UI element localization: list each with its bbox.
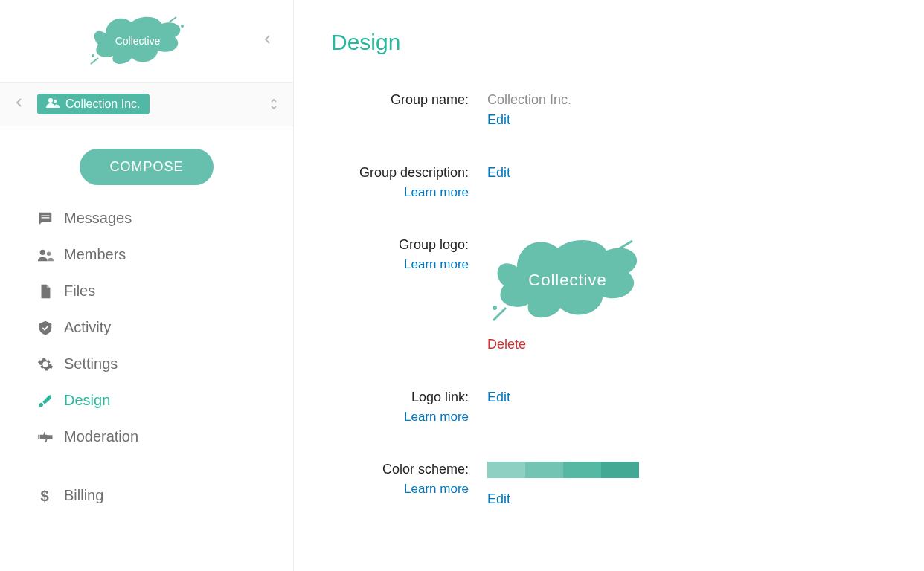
label-group-name: Group name: [391, 92, 469, 107]
group-chip-label: Collection Inc. [65, 97, 141, 111]
svg-text:Collective: Collective [528, 271, 606, 289]
svg-rect-5 [42, 215, 50, 216]
nav-label: Messages [64, 210, 132, 227]
nav-label: Files [64, 283, 95, 300]
learn-more-group-description-link[interactable]: Learn more [331, 185, 469, 200]
svg-point-11 [493, 306, 497, 310]
learn-more-color-scheme-link[interactable]: Learn more [331, 482, 469, 497]
svg-text:Collective: Collective [115, 35, 161, 47]
group-logo-preview: Collective [487, 237, 651, 329]
learn-more-logo-link-link[interactable]: Learn more [331, 410, 469, 425]
label-group-description: Group description: [359, 165, 469, 180]
nav-label: Settings [64, 355, 118, 372]
row-group-description: Group description: Learn more Edit [331, 165, 887, 200]
messages-icon [37, 210, 64, 227]
nav-label: Design [64, 392, 110, 409]
group-back-icon[interactable] [15, 97, 22, 111]
group-selector-row: Collection Inc. [0, 83, 293, 126]
sort-toggle-icon[interactable] [269, 97, 278, 111]
row-color-scheme: Color scheme: Learn more Edit [331, 462, 887, 507]
color-swatch-4[interactable] [601, 462, 639, 478]
sidebar-item-billing[interactable]: $ Billing [0, 477, 293, 514]
file-icon [37, 283, 64, 300]
edit-group-name-link[interactable]: Edit [487, 112, 510, 128]
row-logo-link: Logo link: Learn more Edit [331, 390, 887, 425]
members-icon [37, 247, 64, 263]
collapse-sidebar-icon[interactable] [263, 34, 271, 48]
group-chip[interactable]: Collection Inc. [37, 94, 150, 114]
row-group-logo: Group logo: Learn more Collective Delete [331, 237, 887, 352]
svg-point-4 [54, 100, 57, 103]
nav-label: Members [64, 246, 126, 263]
brand-logo[interactable]: Collective [15, 15, 263, 67]
svg-point-1 [92, 54, 94, 57]
sidebar-item-settings[interactable]: Settings [0, 346, 293, 382]
nav-label: Activity [64, 319, 111, 336]
sidebar-item-activity[interactable]: Activity [0, 309, 293, 346]
svg-point-2 [181, 25, 184, 28]
label-group-logo: Group logo: [399, 237, 469, 252]
label-logo-link: Logo link: [411, 390, 469, 404]
page-title: Design [331, 30, 887, 55]
dollar-icon: $ [37, 488, 64, 504]
row-group-name: Group name: Collection Inc. Edit [331, 92, 887, 128]
shield-icon [37, 320, 64, 336]
sidebar-item-moderation[interactable]: Moderation [0, 419, 293, 455]
svg-text:$: $ [41, 488, 49, 504]
edit-group-description-link[interactable]: Edit [487, 165, 510, 181]
sidebar-header: Collective [0, 0, 293, 83]
group-people-icon [46, 97, 60, 111]
sidebar-nav: Messages Members Files Activity [0, 200, 293, 514]
gear-icon [37, 356, 64, 372]
sidebar-item-members[interactable]: Members [0, 236, 293, 273]
edit-logo-link-link[interactable]: Edit [487, 390, 510, 405]
sidebar-item-messages[interactable]: Messages [0, 200, 293, 236]
thumbs-icon [37, 429, 64, 445]
color-swatch-2[interactable] [525, 462, 563, 478]
label-color-scheme: Color scheme: [382, 462, 469, 477]
sidebar-item-files[interactable]: Files [0, 273, 293, 309]
brush-icon [37, 393, 64, 409]
color-swatches [487, 462, 887, 478]
collective-logo-icon: Collective [87, 15, 191, 67]
svg-point-8 [47, 251, 51, 256]
value-group-name: Collection Inc. [487, 92, 571, 107]
color-swatch-1[interactable] [487, 462, 525, 478]
edit-color-scheme-link[interactable]: Edit [487, 491, 510, 507]
nav-label: Billing [64, 487, 103, 504]
svg-point-3 [48, 98, 53, 103]
compose-button[interactable]: COMPOSE [80, 149, 213, 185]
main-content: Design Group name: Collection Inc. Edit … [294, 0, 924, 571]
svg-rect-6 [42, 217, 50, 218]
nav-label: Moderation [64, 428, 138, 445]
sidebar: Collective Collection Inc. [0, 0, 294, 571]
learn-more-group-logo-link[interactable]: Learn more [331, 257, 469, 272]
collective-logo-icon: Collective [487, 237, 651, 326]
color-swatch-3[interactable] [563, 462, 601, 478]
svg-point-7 [40, 249, 45, 254]
sidebar-item-design[interactable]: Design [0, 382, 293, 419]
delete-logo-link[interactable]: Delete [487, 337, 526, 352]
